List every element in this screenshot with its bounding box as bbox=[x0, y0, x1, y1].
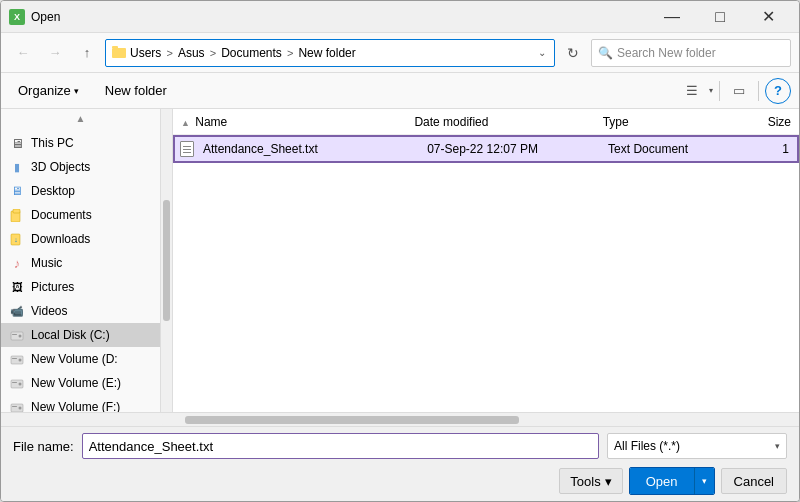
bottom-bar: File name: All Files (*.*) ▾ Tools ▾ Ope… bbox=[1, 426, 799, 501]
local-disk-c-icon bbox=[9, 327, 25, 343]
new-volume-d-icon bbox=[9, 351, 25, 367]
forward-button[interactable]: → bbox=[41, 39, 69, 67]
col-header-type[interactable]: Type bbox=[599, 115, 742, 129]
sidebar-item-3d-objects[interactable]: ▮ 3D Objects bbox=[1, 155, 160, 179]
sidebar-item-desktop[interactable]: 🖥 Desktop bbox=[1, 179, 160, 203]
col-header-name[interactable]: ▲ Name bbox=[177, 115, 410, 129]
file-row-attendance[interactable]: Attendance_Sheet.txt 07-Sep-22 12:07 PM … bbox=[173, 135, 799, 163]
file-date-attendance: 07-Sep-22 12:07 PM bbox=[423, 142, 604, 156]
file-list[interactable]: ▲ Name Date modified Type Size bbox=[173, 109, 799, 412]
open-dropdown-button[interactable]: ▾ bbox=[694, 468, 714, 494]
sidebar-label-this-pc: This PC bbox=[31, 136, 74, 150]
view-controls: ☰ ▾ ▭ ? bbox=[679, 78, 791, 104]
tools-dropdown-icon: ▾ bbox=[605, 474, 612, 489]
svg-rect-15 bbox=[12, 406, 17, 407]
new-volume-f-icon bbox=[9, 399, 25, 412]
close-button[interactable]: ✕ bbox=[745, 1, 791, 33]
breadcrumb-documents[interactable]: Documents bbox=[221, 46, 282, 60]
search-box[interactable]: 🔍 Search New folder bbox=[591, 39, 791, 67]
organize-button[interactable]: Organize ▾ bbox=[9, 78, 88, 104]
divider bbox=[719, 81, 720, 101]
pictures-icon: 🖼 bbox=[9, 279, 25, 295]
sidebar-item-this-pc[interactable]: 🖥 This PC bbox=[1, 131, 160, 155]
minimize-button[interactable]: — bbox=[649, 1, 695, 33]
col-header-size[interactable]: Size bbox=[742, 115, 795, 129]
sidebar-item-videos[interactable]: 📹 Videos bbox=[1, 299, 160, 323]
tools-button[interactable]: Tools ▾ bbox=[559, 468, 622, 494]
view-dropdown-icon: ▾ bbox=[709, 86, 713, 95]
sidebar-item-new-volume-e[interactable]: New Volume (E:) bbox=[1, 371, 160, 395]
open-button[interactable]: Open bbox=[630, 468, 694, 494]
sidebar-label-videos: Videos bbox=[31, 304, 67, 318]
window-controls: — □ ✕ bbox=[649, 1, 791, 33]
new-folder-button[interactable]: New folder bbox=[96, 78, 176, 104]
breadcrumb-current: New folder bbox=[298, 46, 355, 60]
back-button[interactable]: ← bbox=[9, 39, 37, 67]
svg-point-8 bbox=[19, 359, 22, 362]
title-bar: X Open — □ ✕ bbox=[1, 1, 799, 33]
organize-dropdown-icon: ▾ bbox=[74, 86, 79, 96]
sidebar-label-pictures: Pictures bbox=[31, 280, 74, 294]
file-name-attendance: Attendance_Sheet.txt bbox=[199, 142, 423, 156]
cancel-button[interactable]: Cancel bbox=[721, 468, 787, 494]
sidebar-label-new-volume-e: New Volume (E:) bbox=[31, 376, 121, 390]
svg-point-5 bbox=[19, 335, 22, 338]
sidebar-label-music: Music bbox=[31, 256, 62, 270]
address-dropdown-icon[interactable]: ⌄ bbox=[536, 47, 548, 58]
music-icon: ♪ bbox=[9, 255, 25, 271]
hscroll-thumb bbox=[185, 416, 520, 424]
dialog-title: Open bbox=[31, 10, 649, 24]
sidebar-item-pictures[interactable]: 🖼 Pictures bbox=[1, 275, 160, 299]
svg-rect-6 bbox=[12, 334, 17, 335]
sidebar: ▲ 🖥 This PC ▮ 3D Objects 🖥 Desktop Docum… bbox=[1, 109, 161, 412]
view-menu-button[interactable]: ☰ bbox=[679, 78, 705, 104]
main-area: ▲ 🖥 This PC ▮ 3D Objects 🖥 Desktop Docum… bbox=[1, 109, 799, 412]
sidebar-label-documents: Documents bbox=[31, 208, 92, 222]
sidebar-item-new-volume-d[interactable]: New Volume (D: bbox=[1, 347, 160, 371]
address-toolbar: ← → ↑ Users > Asus > Documents > New fol… bbox=[1, 33, 799, 73]
breadcrumb-users[interactable]: Users bbox=[130, 46, 161, 60]
sidebar-scroll-up[interactable]: ▲ bbox=[1, 109, 160, 127]
sidebar-item-downloads[interactable]: ↓ Downloads bbox=[1, 227, 160, 251]
sidebar-item-music[interactable]: ♪ Music bbox=[1, 251, 160, 275]
file-type-attendance: Text Document bbox=[604, 142, 742, 156]
search-placeholder: Search New folder bbox=[617, 46, 716, 60]
svg-point-11 bbox=[19, 383, 22, 386]
filetype-dropdown[interactable]: All Files (*.*) ▾ bbox=[607, 433, 787, 459]
sidebar-item-new-volume-f[interactable]: New Volume (F:) bbox=[1, 395, 160, 412]
actions-row: Tools ▾ Open ▾ Cancel bbox=[13, 467, 787, 495]
help-button[interactable]: ? bbox=[765, 78, 791, 104]
file-size-attendance: 1 bbox=[742, 142, 793, 156]
col-header-date[interactable]: Date modified bbox=[410, 115, 598, 129]
refresh-button[interactable]: ↻ bbox=[559, 39, 587, 67]
sidebar-item-documents[interactable]: Documents bbox=[1, 203, 160, 227]
horizontal-scrollbar[interactable] bbox=[1, 412, 799, 426]
divider2 bbox=[758, 81, 759, 101]
preview-pane-button[interactable]: ▭ bbox=[726, 78, 752, 104]
3d-objects-icon: ▮ bbox=[9, 159, 25, 175]
up-button[interactable]: ↑ bbox=[73, 39, 101, 67]
filename-row: File name: All Files (*.*) ▾ bbox=[13, 433, 787, 459]
txt-file-icon bbox=[179, 141, 195, 157]
this-pc-icon: 🖥 bbox=[9, 135, 25, 151]
downloads-icon: ↓ bbox=[9, 231, 25, 247]
sort-arrow-icon: ▲ bbox=[181, 118, 190, 128]
file-list-header: ▲ Name Date modified Type Size bbox=[173, 109, 799, 135]
maximize-button[interactable]: □ bbox=[697, 1, 743, 33]
sidebar-label-new-volume-f: New Volume (F:) bbox=[31, 400, 120, 412]
sidebar-label-new-volume-d: New Volume (D: bbox=[31, 352, 118, 366]
address-bar[interactable]: Users > Asus > Documents > New folder ⌄ bbox=[105, 39, 555, 67]
new-volume-e-icon bbox=[9, 375, 25, 391]
address-folder-icon bbox=[112, 48, 126, 58]
breadcrumb-asus[interactable]: Asus bbox=[178, 46, 205, 60]
svg-point-14 bbox=[19, 407, 22, 410]
desktop-icon: 🖥 bbox=[9, 183, 25, 199]
filename-input[interactable] bbox=[82, 433, 599, 459]
sidebar-item-local-disk-c[interactable]: Local Disk (C:) bbox=[1, 323, 160, 347]
sidebar-label-local-disk-c: Local Disk (C:) bbox=[31, 328, 110, 342]
sidebar-scrollbar[interactable] bbox=[161, 109, 173, 412]
svg-rect-9 bbox=[12, 358, 17, 359]
sidebar-label-desktop: Desktop bbox=[31, 184, 75, 198]
filetype-dropdown-arrow: ▾ bbox=[775, 441, 780, 451]
videos-icon: 📹 bbox=[9, 303, 25, 319]
